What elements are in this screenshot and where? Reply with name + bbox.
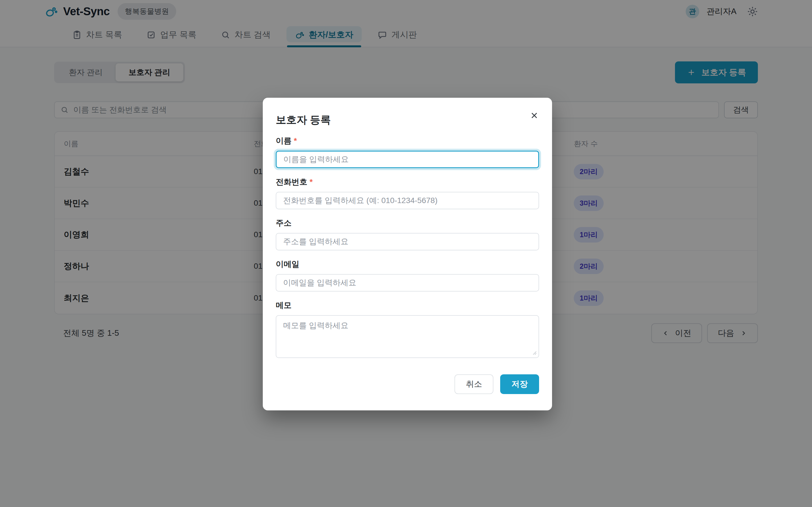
name-label: 이름* [276, 135, 539, 146]
name-input[interactable] [276, 151, 539, 168]
email-field: 이메일 [276, 259, 539, 291]
phone-input[interactable] [276, 192, 539, 209]
phone-label: 전화번호* [276, 177, 539, 187]
memo-textarea[interactable] [276, 315, 539, 358]
modal-actions: 취소 저장 [276, 374, 539, 394]
modal-header: 보호자 등록 [276, 110, 539, 127]
required-mark: * [310, 177, 313, 186]
email-label: 이메일 [276, 259, 539, 270]
name-field: 이름* [276, 135, 539, 168]
save-button[interactable]: 저장 [500, 374, 539, 394]
required-mark: * [294, 136, 297, 145]
guardian-register-modal: 보호자 등록 이름* 전화번호* 주소 이메일 메모 [263, 98, 552, 410]
cancel-button[interactable]: 취소 [455, 374, 493, 394]
address-label: 주소 [276, 218, 539, 228]
phone-field: 전화번호* [276, 177, 539, 209]
address-field: 주소 [276, 218, 539, 250]
modal-title: 보호자 등록 [276, 113, 331, 127]
memo-label: 메모 [276, 300, 539, 311]
close-icon[interactable] [527, 108, 541, 122]
email-input[interactable] [276, 274, 539, 291]
resize-grip-icon[interactable] [532, 351, 537, 355]
address-input[interactable] [276, 233, 539, 250]
memo-field: 메모 [276, 300, 539, 358]
